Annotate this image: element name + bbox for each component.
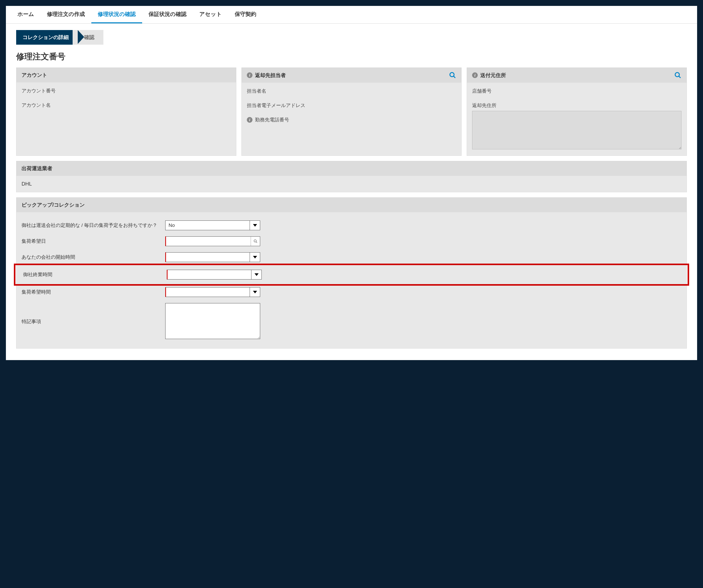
svg-point-2: [675, 73, 679, 77]
row-special-notes: 特記事項: [21, 300, 682, 343]
row-preferred-date: 集荷希望日: [21, 233, 682, 249]
preferred-time-label: 集荷希望時間: [21, 289, 165, 295]
search-icon[interactable]: [449, 72, 456, 79]
card-return-contact: i 返却先担当者 担当者名 担当者電子メールアドレス i 勤務先電話番号: [241, 68, 462, 156]
tab-check-warranty[interactable]: 保証状況の確認: [142, 6, 193, 23]
contact-name-label: 担当者名: [247, 88, 456, 94]
info-icon: i: [472, 72, 478, 78]
scheduled-pickup-label: 御社は運送会社の定期的な / 毎日の集荷予定をお持ちですか？: [21, 222, 165, 229]
tab-maintenance[interactable]: 保守契約: [228, 6, 263, 23]
return-address-label: 返却先住所: [472, 102, 682, 109]
cards-row: アカウント アカウント番号 アカウント名 i 返却先担当者: [16, 68, 687, 156]
close-time-label: 御社終業時間: [23, 271, 167, 278]
tab-home[interactable]: ホーム: [11, 6, 41, 23]
row-close-time: 御社終業時間: [23, 267, 680, 283]
section-body-pickup: 御社は運送会社の定期的な / 毎日の集荷予定をお持ちですか？ No 集荷希望日: [16, 212, 687, 348]
card-title-account: アカウント: [21, 72, 47, 79]
chevron-down-icon: [250, 287, 260, 297]
row-preferred-time: 集荷希望時間: [21, 284, 682, 300]
preferred-date-label: 集荷希望日: [21, 238, 165, 244]
svg-line-1: [454, 76, 455, 78]
card-header-return-contact: i 返却先担当者: [242, 68, 461, 83]
account-name-label: アカウント名: [21, 102, 231, 108]
breadcrumb: コレクションの詳細 確認: [16, 30, 687, 45]
tab-asset[interactable]: アセット: [193, 6, 228, 23]
info-icon: i: [247, 72, 252, 78]
store-number-label: 店舗番号: [472, 88, 682, 94]
card-title-ship-from: 送付元住所: [480, 72, 506, 79]
work-phone-text: 勤務先電話番号: [255, 117, 289, 123]
row-scheduled-pickup: 御社は運送会社の定期的な / 毎日の集荷予定をお持ちですか？ No: [21, 217, 682, 233]
card-body-return-contact: 担当者名 担当者電子メールアドレス i 勤務先電話番号: [242, 83, 461, 139]
svg-point-4: [254, 240, 256, 242]
breadcrumb-step-collection-details[interactable]: コレクションの詳細: [16, 30, 78, 45]
chevron-down-icon: [251, 270, 261, 279]
card-body-ship-from: 店舗番号 返却先住所: [467, 83, 687, 155]
row-open-time: あなたの会社の開始時間: [21, 249, 682, 265]
calendar-icon[interactable]: [251, 237, 260, 246]
scheduled-pickup-select[interactable]: No: [165, 220, 260, 230]
scheduled-pickup-value: No: [165, 223, 178, 228]
special-notes-label: 特記事項: [21, 318, 165, 325]
carrier-value: DHL: [21, 181, 682, 187]
chevron-down-icon: [250, 252, 260, 262]
svg-line-3: [679, 76, 681, 78]
section-header-pickup: ピックアップ/コレクション: [16, 198, 687, 212]
preferred-date-input[interactable]: [165, 236, 260, 246]
special-notes-textarea[interactable]: [165, 303, 260, 339]
highlight-close-time: 御社終業時間: [14, 264, 689, 286]
app-window: ホーム 修理注文の作成 修理状況の確認 保証状況の確認 アセット 保守契約 コレ…: [5, 5, 698, 361]
return-address-textarea[interactable]: [472, 111, 682, 149]
card-header-account: アカウント: [16, 68, 236, 82]
tab-create-repair[interactable]: 修理注文の作成: [41, 6, 91, 23]
section-header-carrier: 出荷運送業者: [16, 161, 687, 176]
card-header-ship-from: i 送付元住所: [467, 68, 687, 83]
tab-bar: ホーム 修理注文の作成 修理状況の確認 保証状況の確認 アセット 保守契約: [6, 6, 697, 24]
close-time-select[interactable]: [167, 270, 262, 280]
info-icon: i: [247, 117, 252, 123]
open-time-label: あなたの会社の開始時間: [21, 254, 165, 261]
breadcrumb-step-confirm[interactable]: 確認: [73, 30, 103, 45]
svg-point-0: [450, 73, 454, 77]
search-icon[interactable]: [674, 72, 682, 79]
chevron-down-icon: [250, 221, 260, 230]
card-title-return-contact: 返却先担当者: [255, 72, 286, 79]
content-area: コレクションの詳細 確認 修理注文番号 アカウント アカウント番号 アカウント名: [6, 24, 697, 360]
card-ship-from: i 送付元住所 店舗番号 返却先住所: [467, 68, 687, 156]
tab-check-repair[interactable]: 修理状況の確認: [91, 6, 142, 23]
contact-email-label: 担当者電子メールアドレス: [247, 102, 456, 109]
section-carrier: 出荷運送業者 DHL: [16, 161, 687, 192]
work-phone-label: i 勤務先電話番号: [247, 117, 456, 123]
section-pickup: ピックアップ/コレクション 御社は運送会社の定期的な / 毎日の集荷予定をお持ち…: [16, 197, 687, 349]
page-title: 修理注文番号: [16, 51, 687, 62]
account-number-label: アカウント番号: [21, 87, 231, 94]
section-body-carrier: DHL: [16, 176, 687, 192]
open-time-select[interactable]: [165, 252, 260, 262]
svg-line-5: [256, 242, 257, 243]
preferred-time-select[interactable]: [165, 287, 260, 297]
card-account: アカウント アカウント番号 アカウント名: [16, 68, 236, 156]
card-body-account: アカウント番号 アカウント名: [16, 82, 236, 139]
